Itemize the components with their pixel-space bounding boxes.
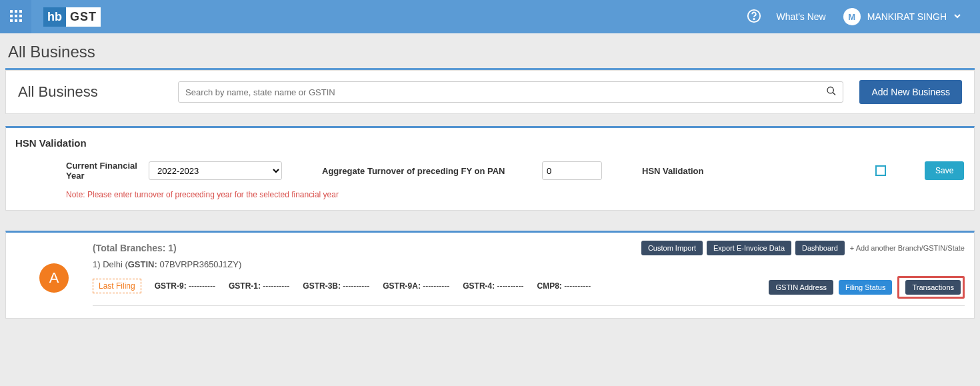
filing-gstr3b: GSTR-3B: ---------- <box>303 281 369 291</box>
svg-rect-4 <box>15 15 17 17</box>
last-filing-badge: Last Filing <box>93 279 141 293</box>
dashboard-button[interactable]: Dashboard <box>795 241 845 255</box>
hsn-title: HSN Validation <box>6 128 974 155</box>
hsn-validation-panel: HSN Validation Current Financial Year 20… <box>5 126 975 211</box>
logo-gst: GST <box>66 7 101 27</box>
branch-prefix: 1) Delhi ( <box>93 259 128 269</box>
svg-rect-1 <box>15 10 17 13</box>
topbar: hb GST What's New M MANKIRAT SINGH <box>0 0 980 33</box>
user-menu[interactable]: M MANKIRAT SINGH <box>843 8 961 25</box>
filing-gstr1: GSTR-1: ---------- <box>229 281 289 291</box>
filing-cmp8: CMP8: ---------- <box>537 281 591 291</box>
hsn-note: Note: Please enter turnover of preceedin… <box>6 190 974 210</box>
search-icon[interactable] <box>826 86 837 99</box>
total-branches-label: (Total Branches: 1) <box>93 243 177 253</box>
add-new-business-button[interactable]: Add New Business <box>859 80 962 104</box>
filing-gstr4: GSTR-4: ---------- <box>463 281 523 291</box>
filing-gstr9: GSTR-9: ---------- <box>155 281 215 291</box>
hsn-validation-label: HSN Validation <box>642 166 762 176</box>
save-button[interactable]: Save <box>925 161 964 180</box>
logo-hb: hb <box>43 7 66 27</box>
turnover-input[interactable] <box>542 161 602 180</box>
user-avatar: M <box>843 8 861 25</box>
user-name: MANKIRAT SINGH <box>867 11 947 22</box>
svg-rect-7 <box>15 19 17 22</box>
gstin-address-button[interactable]: GSTIN Address <box>769 280 833 295</box>
svg-point-11 <box>827 87 833 93</box>
logo[interactable]: hb GST <box>43 7 101 27</box>
filing-status-button[interactable]: Filing Status <box>839 280 893 295</box>
fy-select[interactable]: 2022-2023 <box>149 161 282 180</box>
transactions-button[interactable]: Transactions <box>905 280 961 295</box>
business-list-panel: (Total Branches: 1) Custom Import Export… <box>5 231 975 319</box>
chevron-down-icon <box>953 11 961 22</box>
all-business-label: All Business <box>18 83 178 101</box>
gstin-label: GSTIN: <box>128 259 157 269</box>
turnover-label: Aggregate Turnover of preceding FY on PA… <box>302 166 542 176</box>
svg-line-12 <box>833 93 835 95</box>
svg-rect-8 <box>19 19 22 22</box>
svg-rect-5 <box>19 15 22 17</box>
svg-point-10 <box>754 18 755 19</box>
filing-gstr9a: GSTR-9A: ---------- <box>383 281 449 291</box>
svg-rect-3 <box>10 15 13 17</box>
apps-menu-button[interactable] <box>0 0 31 33</box>
business-avatar: A <box>39 263 69 293</box>
add-branch-link[interactable]: + Add another Branch/GSTIN/State <box>850 244 965 252</box>
gstin-line: 1) Delhi (GSTIN: 07BVRPR3650J1ZY) <box>93 259 965 273</box>
fy-label: Current Financial Year <box>15 161 149 181</box>
hsn-validation-checkbox[interactable] <box>875 165 886 176</box>
business-row: A 1) Delhi (GSTIN: 07BVRPR3650J1ZY) Last… <box>6 259 974 306</box>
whats-new-link[interactable]: What's New <box>776 11 825 22</box>
custom-import-button[interactable]: Custom Import <box>641 241 703 255</box>
apps-grid-icon <box>10 10 22 24</box>
export-einvoice-button[interactable]: Export E-Invoice Data <box>707 241 791 255</box>
search-input[interactable] <box>178 81 843 103</box>
help-button[interactable] <box>747 9 761 25</box>
svg-rect-2 <box>19 10 22 13</box>
svg-rect-6 <box>10 19 13 22</box>
business-search-panel: All Business Add New Business <box>5 70 975 114</box>
page-title: All Business <box>5 37 975 68</box>
gstin-value: 07BVRPR3650J1ZY) <box>157 259 241 269</box>
svg-rect-0 <box>10 10 13 13</box>
help-icon <box>747 9 761 25</box>
transactions-highlight: Transactions <box>897 276 965 299</box>
